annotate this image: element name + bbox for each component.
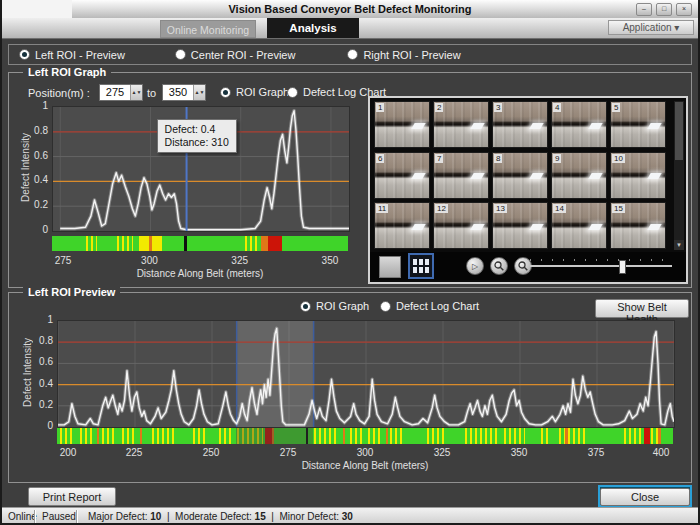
- close-button[interactable]: Close: [600, 488, 690, 506]
- thumbnail-scrollbar[interactable]: ▼: [674, 101, 684, 250]
- close-button-focus-ring: Close: [598, 485, 692, 507]
- close-window-button[interactable]: ×: [676, 3, 692, 16]
- pipe: |: [271, 511, 274, 522]
- thumbnail-index: 9: [553, 154, 561, 163]
- thumbnail-index: 6: [376, 154, 384, 163]
- to-label: to: [147, 87, 156, 99]
- minor-defect-count: 30: [342, 511, 353, 522]
- strip-segment-r: [644, 428, 650, 444]
- pipe: |: [167, 511, 170, 522]
- strip-segment-ys: [465, 428, 497, 444]
- strip-segment-ys: [314, 428, 337, 444]
- left-roi-graph-chart: Defect Intensity Defect: 0.4Distance: 31…: [20, 102, 365, 284]
- y-tick-label: 0.6: [24, 150, 48, 161]
- spinner-arrows-icon[interactable]: ▲▼: [193, 85, 205, 100]
- restore-button[interactable]: □: [656, 3, 672, 16]
- strip-segment-ys: [117, 236, 133, 251]
- strip-segment-ys: [427, 428, 444, 444]
- belt-thumbnail[interactable]: 3: [492, 101, 548, 148]
- radio-roi-graph-top[interactable]: ROI Graph: [220, 86, 289, 98]
- belt-thumbnail[interactable]: 1: [374, 101, 430, 148]
- radio-button-icon: [220, 87, 231, 98]
- defect-color-strip: [57, 428, 673, 444]
- thumbnail-index: 12: [435, 204, 448, 213]
- status-online: Online: [8, 511, 37, 522]
- tab-strip: Online Monitoring Analysis Application ▾: [0, 18, 700, 39]
- moderate-defect-count: 15: [255, 511, 266, 522]
- strip-segment-o: [343, 428, 345, 444]
- strip-segment-ys: [350, 428, 365, 444]
- slider-handle[interactable]: [619, 260, 626, 274]
- position-from-input[interactable]: 275 ▲▼: [99, 84, 143, 101]
- x-tick-label: 350: [310, 255, 350, 266]
- strip-segment-ys: [219, 428, 234, 444]
- strip-segment-ys: [86, 236, 97, 251]
- belt-thumbnail[interactable]: 5: [610, 101, 666, 148]
- strip-segment-ys: [245, 236, 259, 251]
- thumbnail-toolbar: ▷: [370, 252, 686, 280]
- belt-thumbnail[interactable]: 7: [433, 152, 489, 199]
- belt-thumbnail[interactable]: 9: [551, 152, 607, 199]
- pointer-button[interactable]: ▷: [466, 257, 484, 275]
- application-menu-button[interactable]: Application ▾: [608, 20, 694, 35]
- y-tick-label: 0: [24, 224, 48, 235]
- spinner-arrows-icon[interactable]: ▲▼: [130, 85, 142, 100]
- thumbnail-index: 14: [553, 204, 566, 213]
- roi-graph-plot[interactable]: Defect: 0.4Distance: 310: [52, 106, 350, 232]
- radio-roi-graph-bottom[interactable]: ROI Graph: [300, 300, 369, 312]
- tab-analysis[interactable]: Analysis: [267, 18, 359, 38]
- belt-thumbnail[interactable]: 13: [492, 202, 548, 249]
- strip-segment-ys: [390, 428, 402, 444]
- y-tick-label: 1: [24, 100, 48, 111]
- radio-button-icon: [287, 87, 298, 98]
- tab-online-monitoring[interactable]: Online Monitoring: [160, 20, 256, 38]
- cursor-tooltip: Defect: 0.4Distance: 310: [157, 119, 237, 153]
- thumbnail-index: 10: [612, 154, 625, 163]
- thumbnail-grid: 123456789101112131415: [374, 101, 672, 250]
- belt-thumbnail[interactable]: 6: [374, 152, 430, 199]
- thumbnail-size-slider[interactable]: [530, 265, 672, 267]
- radio-defect-log-chart-bottom[interactable]: Defect Log Chart: [380, 300, 479, 312]
- strip-segment-o: [149, 236, 152, 251]
- x-tick-label: 200: [48, 447, 88, 458]
- belt-thumbnail[interactable]: 10: [610, 152, 666, 199]
- belt-thumbnail[interactable]: 15: [610, 202, 666, 249]
- radio-label: ROI Graph: [316, 300, 369, 312]
- strip-segment-ys: [568, 428, 588, 444]
- belt-thumbnail[interactable]: 2: [433, 101, 489, 148]
- radio-right-roi-preview[interactable]: Right ROI - Preview: [347, 49, 460, 61]
- minimize-button[interactable]: –: [636, 3, 652, 16]
- status-separator: [34, 510, 35, 523]
- print-report-button[interactable]: Print Report: [28, 487, 116, 506]
- strip-segment-ys: [193, 428, 208, 444]
- scroll-down-icon[interactable]: ▼: [674, 240, 684, 250]
- zoom-in-button[interactable]: [490, 257, 508, 275]
- radio-button-icon: [175, 49, 186, 60]
- belt-thumbnail[interactable]: 14: [551, 202, 607, 249]
- radio-left-roi-preview[interactable]: Left ROI - Preview: [19, 49, 125, 61]
- window-controls: – □ ×: [636, 3, 692, 16]
- radio-label: ROI Graph: [236, 86, 289, 98]
- pointer-icon: ▷: [472, 262, 478, 271]
- thumbnail-index: 7: [435, 154, 443, 163]
- belt-thumbnail[interactable]: 4: [551, 101, 607, 148]
- preview-graph-plot[interactable]: [57, 320, 675, 428]
- defect-thumbnail-panel: 123456789101112131415 ▼ ▷: [368, 96, 688, 284]
- x-tick-label: 250: [191, 447, 231, 458]
- belt-thumbnail[interactable]: 11: [374, 202, 430, 249]
- application-menu-label: Application: [623, 22, 672, 33]
- belt-thumbnail[interactable]: 8: [492, 152, 548, 199]
- strip-segment-o: [97, 428, 99, 444]
- status-bar: Online Paused Major Defect: 10 | Moderat…: [0, 507, 700, 525]
- strip-segment-o: [658, 428, 660, 444]
- position-to-input[interactable]: 350 ▲▼: [162, 84, 206, 101]
- major-defect-label: Major Defect:: [88, 511, 147, 522]
- strip-segment-ys: [80, 428, 94, 444]
- chevron-down-icon: ▾: [674, 22, 679, 33]
- scrollbar-thumb[interactable]: [675, 102, 683, 160]
- radio-center-roi-preview[interactable]: Center ROI - Preview: [175, 49, 296, 61]
- single-view-button[interactable]: [379, 256, 401, 278]
- belt-thumbnail[interactable]: 12: [433, 202, 489, 249]
- grid-icon: [413, 259, 429, 273]
- grid-view-button[interactable]: [408, 253, 434, 279]
